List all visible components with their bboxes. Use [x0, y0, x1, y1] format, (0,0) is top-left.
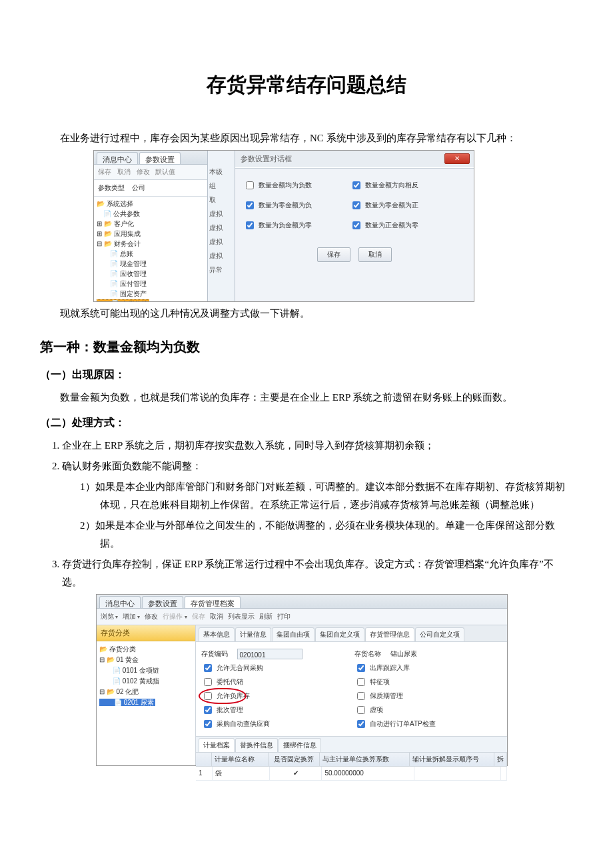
- li-3: 存货进行负库存控制，保证 ERP 系统正常运行过程中不会出现负库存。设定方式：存…: [62, 555, 573, 591]
- screenshot-1-param-dialog: ✕ 消息中心 参数设置 保存 取消 修改 默认值 参数类型 公司 📂 系统选择 …: [93, 150, 474, 302]
- page-title: 存货异常结存问题总结: [40, 67, 573, 103]
- s1-toolbar: 保存 取消 修改 默认值: [94, 165, 207, 180]
- bottom-tab[interactable]: 捆绑件信息: [279, 738, 321, 752]
- toolbar-item[interactable]: 修改: [145, 613, 158, 620]
- s1-top-tabs: 消息中心 参数设置: [94, 151, 207, 165]
- cb-shelf-life[interactable]: [357, 692, 365, 700]
- s1-sidebar: 消息中心 参数设置 保存 取消 修改 默认值 参数类型 公司 📂 系统选择 📄 …: [94, 151, 208, 301]
- tree-item[interactable]: 📄 存货核算: [97, 299, 205, 301]
- after-shot1-paragraph: 现就系统可能出现的这几种情况及调整方式做一下讲解。: [40, 305, 573, 323]
- s2-top-tabs: 消息中心 参数设置 存货管理档案: [97, 595, 507, 609]
- s1-mid-column: 本级组取虚拟虚拟虚拟虚拟异常: [208, 151, 235, 301]
- tree-item[interactable]: ⊞ 📂 客户化: [97, 219, 205, 229]
- tree-item[interactable]: 📄 公共参数: [97, 209, 205, 219]
- tab-message-center[interactable]: 消息中心: [97, 152, 138, 164]
- s1-tb-cancel[interactable]: 取消: [117, 168, 131, 175]
- tree-item[interactable]: ⊟ 📂 02 化肥: [99, 687, 193, 697]
- tree-item[interactable]: 📄 0102 黄戒指: [99, 676, 193, 687]
- tree-item[interactable]: ⊞ 📂 应用集成: [97, 229, 205, 239]
- section-1-ol: 企业在上 ERP 系统之后，期初库存按实盘数入系统，同时导入到存货核算期初余额；…: [62, 437, 573, 591]
- li-2: 确认财务账面负数能不能调整： 1）如果是本企业内部库管部门和财务部门对账差额，可…: [62, 457, 573, 553]
- bottom-tab[interactable]: 替换件信息: [235, 738, 278, 752]
- tree-item[interactable]: 📂 系统选择: [97, 199, 205, 209]
- section-1-sub1: （一）出现原因：: [40, 365, 573, 385]
- grid-cell: ✔: [270, 767, 322, 780]
- form-tab[interactable]: 集团自由项: [272, 627, 314, 641]
- cb-qtyneg-amt0[interactable]: 数量为负金额为零: [243, 219, 350, 231]
- mid-label: 异常: [209, 264, 233, 276]
- toolbar-item[interactable]: 打印: [277, 613, 291, 620]
- bottom-tab[interactable]: 计量档案: [199, 738, 235, 752]
- s1-tb-default[interactable]: 默认值: [155, 168, 175, 175]
- save-button[interactable]: 保存: [317, 247, 350, 262]
- tab-inventory-file[interactable]: 存货管理档案: [185, 596, 241, 608]
- s1-right-panel: 参数设置对话框 数量金额均为负数 数量金额方向相反 数量为零金额为负 数量为零金…: [235, 151, 474, 301]
- s1-dialog-title: 参数设置对话框: [235, 151, 474, 169]
- toolbar-item[interactable]: 浏览: [101, 613, 118, 620]
- tree-item[interactable]: 📄 固定资产: [97, 289, 205, 299]
- s2-toolbar: 浏览增加修改行操作保存取消列表显示刷新打印: [97, 609, 507, 625]
- s2-form: 存货编码 0201001 存货名称 锦山尿素 允许无合同采购 出库跟踪入库 委托…: [196, 642, 507, 736]
- cb-qty-amt-negative[interactable]: 数量金额均为负数: [243, 179, 350, 191]
- tab-param-settings[interactable]: 参数设置: [139, 152, 181, 164]
- cancel-button[interactable]: 取消: [358, 247, 392, 262]
- grid-header: 计量单位名称是否固定换算与主计量单位换算系数辅计量拆解显示顺序号拆: [196, 753, 507, 767]
- tree-item[interactable]: 📄 0201 尿素: [99, 697, 193, 708]
- s2-right-panel: 基本信息计量信息集团自由项集团自定义项存货管理信息公司自定义项 存货编码 020…: [196, 625, 507, 765]
- grid-cell: [501, 767, 507, 780]
- tree-item[interactable]: ⊟ 📂 01 黄金: [99, 655, 193, 665]
- grid-header-cell: 辅计量拆解显示顺序号: [410, 753, 494, 766]
- tree-item[interactable]: 📄 现金管理: [97, 259, 205, 269]
- grid-header-cell: 拆: [494, 753, 507, 766]
- tree-item[interactable]: 📄 应收管理: [97, 269, 205, 279]
- li-1: 企业在上 ERP 系统之后，期初库存按实盘数入系统，同时导入到存货核算期初余额；: [62, 437, 573, 455]
- grid-header-cell: 是否固定换算: [269, 753, 319, 766]
- screenshot-2-inventory-file: 消息中心 参数设置 存货管理档案 浏览增加修改行操作保存取消列表显示刷新打印 存…: [96, 594, 508, 766]
- s1-tb-save[interactable]: 保存: [98, 168, 111, 175]
- tree-item[interactable]: 📄 总账: [97, 249, 205, 259]
- cb-auto-supplier[interactable]: [204, 720, 212, 728]
- mid-label: 虚拟: [209, 208, 233, 220]
- s2-tree[interactable]: 📂 存货分类⊟ 📂 01 黄金 📄 0101 金项链 📄 0102 黄戒指⊟ 📂…: [97, 641, 195, 711]
- cb-qtypos-amt0[interactable]: 数量为正金额为零: [350, 219, 456, 231]
- s1-param-type-label: 参数类型: [98, 184, 125, 191]
- close-icon[interactable]: ✕: [444, 153, 470, 164]
- cb-feature[interactable]: [357, 678, 365, 686]
- cb-auto-atp[interactable]: [357, 720, 365, 728]
- grid-cell: 50.00000000: [322, 767, 414, 780]
- cb-out-track-in[interactable]: [357, 664, 365, 672]
- toolbar-item[interactable]: 取消: [210, 613, 223, 620]
- form-tab[interactable]: 基本信息: [199, 627, 235, 641]
- li-2-2: 2）如果是本企业与外部单位之间发生的，不能做调整的，必须在业务模块体现的。单建一…: [80, 517, 573, 553]
- tree-item[interactable]: ⊟ 📂 财务会计: [97, 239, 205, 249]
- toolbar-item: 保存: [192, 613, 205, 620]
- form-tab[interactable]: 集团自定义项: [315, 627, 364, 641]
- tab-param-settings[interactable]: 参数设置: [142, 596, 183, 608]
- cb-allow-negative-stock[interactable]: [204, 692, 212, 700]
- cb-virtual-item[interactable]: [357, 706, 365, 714]
- toolbar-item[interactable]: 增加: [123, 613, 140, 620]
- cb-qty-amt-opposite[interactable]: 数量金额方向相反: [350, 179, 456, 191]
- cb-qty0-amt-neg[interactable]: 数量为零金额为负: [243, 199, 350, 211]
- cb-batch-mgmt[interactable]: [204, 706, 212, 714]
- form-tab[interactable]: 计量信息: [235, 627, 271, 641]
- form-tab[interactable]: 存货管理信息: [365, 627, 414, 641]
- cb-qty0-amt-pos[interactable]: 数量为零金额为正: [350, 199, 456, 211]
- mid-label: 虚拟: [209, 222, 233, 234]
- cb-allow-no-contract[interactable]: [204, 664, 212, 672]
- tree-item[interactable]: 📄 0101 金项链: [99, 665, 193, 676]
- cb-consignment[interactable]: [204, 678, 212, 686]
- input-inv-code[interactable]: 0201001: [237, 649, 303, 659]
- tree-item[interactable]: 📂 存货分类: [99, 644, 193, 655]
- section-1-sub1-p: 数量金额为负数，也就是我们常说的负库存：主要是在企业上 ERP 系统之前遗留在财…: [40, 389, 573, 407]
- grid-header-cell: [196, 753, 212, 766]
- toolbar-item[interactable]: 刷新: [259, 613, 273, 620]
- tree-item[interactable]: 📄 应付管理: [97, 279, 205, 289]
- s1-tb-modify[interactable]: 修改: [137, 168, 150, 175]
- toolbar-item[interactable]: 列表显示: [228, 613, 255, 620]
- s1-tree[interactable]: 📂 系统选择 📄 公共参数⊞ 📂 客户化⊞ 📂 应用集成⊟ 📂 财务会计 📄 总…: [94, 197, 207, 301]
- s2-grid: 计量单位名称是否固定换算与主计量单位换算系数辅计量拆解显示顺序号拆 1袋✔50.…: [196, 753, 507, 781]
- s1-param-type-value: 公司: [132, 184, 145, 191]
- tab-message-center[interactable]: 消息中心: [99, 596, 141, 608]
- form-tab[interactable]: 公司自定义项: [415, 627, 464, 641]
